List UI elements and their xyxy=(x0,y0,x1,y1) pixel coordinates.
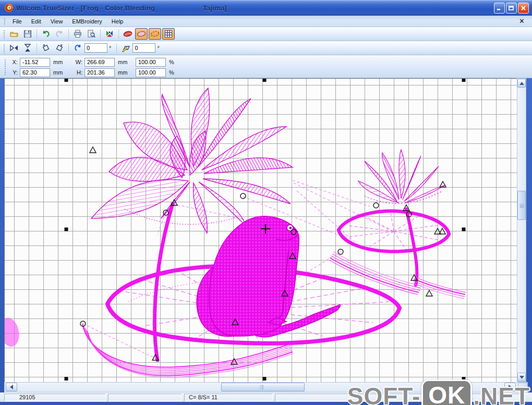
open-button[interactable] xyxy=(8,28,20,40)
stitch-view-icon xyxy=(123,29,133,39)
large-lotus-flower[interactable] xyxy=(91,88,293,233)
stitch-count: 29105 xyxy=(4,394,106,401)
workspace xyxy=(4,78,526,382)
document-close-button[interactable]: ✕ xyxy=(517,17,527,25)
stitch-view-button[interactable] xyxy=(122,28,134,40)
width-scale-input[interactable] xyxy=(136,58,166,67)
vertical-scroll-thumb[interactable] xyxy=(517,191,526,220)
selection-handle[interactable] xyxy=(65,377,68,381)
width-scale-unit: % xyxy=(169,59,182,65)
true-view-icon xyxy=(105,29,114,39)
small-lily-pad[interactable] xyxy=(338,211,449,252)
open-icon xyxy=(9,29,19,39)
rotate-cw-45-icon xyxy=(55,43,64,53)
show-grid-icon xyxy=(164,29,173,39)
vertical-scrollbar[interactable] xyxy=(517,78,526,382)
rotate-by-button[interactable] xyxy=(71,42,84,54)
height-scale-input[interactable] xyxy=(136,68,166,77)
height-unit: mm xyxy=(118,69,130,76)
flip-vertical-button[interactable] xyxy=(21,42,34,54)
selection-handle[interactable] xyxy=(65,228,68,231)
skew-by-button[interactable] xyxy=(119,42,132,54)
small-lotus-flower[interactable] xyxy=(358,150,445,203)
site-watermark: SOFT-OK.NET xyxy=(347,379,530,405)
flip-horizontal-button[interactable] xyxy=(8,42,20,54)
selection-handle[interactable] xyxy=(263,377,267,381)
rotate-cw-45-button[interactable] xyxy=(53,42,66,54)
print-preview-button[interactable] xyxy=(85,28,98,40)
flip-horizontal-icon xyxy=(9,43,19,53)
toolbar-grip[interactable] xyxy=(4,58,6,75)
titlebar: Wilcom TrueSizer - [Frog - Color Blendin… xyxy=(0,0,532,16)
scroll-left-button[interactable] xyxy=(6,383,17,391)
menu-embroidery[interactable]: EMBroidery xyxy=(67,17,106,26)
toolbar-grip[interactable] xyxy=(3,43,5,53)
minimize-button[interactable] xyxy=(494,3,505,14)
window-title: Wilcom TrueSizer - [Frog - Color Blendin… xyxy=(16,4,227,12)
selection-handle[interactable] xyxy=(263,79,267,82)
horizontal-scroll-thumb[interactable] xyxy=(221,383,305,391)
close-icon xyxy=(521,5,526,11)
flip-vertical-icon xyxy=(23,43,32,53)
true-view-button[interactable] xyxy=(103,28,116,40)
undo-icon xyxy=(41,29,51,39)
menu-edit[interactable]: Edit xyxy=(27,17,46,26)
menu-file[interactable]: File xyxy=(8,17,27,26)
scroll-up-button[interactable] xyxy=(517,79,526,88)
redo-icon xyxy=(55,29,64,39)
show-outlines-icon xyxy=(136,29,147,39)
rotate-angle-input[interactable] xyxy=(84,43,107,53)
save-button[interactable] xyxy=(21,28,34,40)
restore-icon xyxy=(509,5,514,11)
height-label: H: xyxy=(71,69,82,76)
y-label: Y: xyxy=(8,69,18,76)
arrow-down-icon xyxy=(519,376,524,379)
embroidery-design xyxy=(5,79,517,382)
redo-button[interactable] xyxy=(53,28,66,40)
selection-handle[interactable] xyxy=(462,79,466,82)
skew-angle-input[interactable] xyxy=(132,43,155,53)
height-scale-unit: % xyxy=(169,69,182,76)
status-spacer xyxy=(108,394,182,401)
close-button[interactable] xyxy=(518,3,529,14)
x-unit: mm xyxy=(53,59,66,65)
show-outlines-button[interactable] xyxy=(135,28,148,40)
show-grid-button[interactable] xyxy=(162,28,175,40)
right-swoosh[interactable] xyxy=(329,252,422,294)
undo-button[interactable] xyxy=(40,28,52,40)
width-input[interactable] xyxy=(84,58,115,67)
x-label: X: xyxy=(8,59,18,65)
x-input[interactable] xyxy=(20,58,50,67)
show-dashed-outlines-button[interactable] xyxy=(149,28,161,40)
toolbar-grip[interactable] xyxy=(3,29,5,39)
property-bar: X: mm W: mm % Y: mm H: mm % xyxy=(0,55,532,78)
app-logo-icon xyxy=(4,3,14,13)
menubar: File Edit View EMBroidery Help ✕ xyxy=(0,16,532,27)
menu-view[interactable]: View xyxy=(46,17,68,26)
y-unit: mm xyxy=(53,69,66,76)
right-ribbon-leaf[interactable] xyxy=(413,277,466,299)
rotate-ccw-45-button[interactable] xyxy=(40,42,52,54)
restore-button[interactable] xyxy=(506,3,517,14)
skew-angle-unit: ° xyxy=(157,45,159,51)
save-icon xyxy=(23,29,32,39)
height-input[interactable] xyxy=(84,68,115,77)
minimize-icon xyxy=(497,5,502,11)
selection-handle[interactable] xyxy=(65,79,68,82)
print-button[interactable] xyxy=(71,28,84,40)
y-input[interactable] xyxy=(20,68,50,77)
selection-handle[interactable] xyxy=(462,228,466,231)
rotate-by-icon xyxy=(73,43,82,53)
color-stop-count: C= 8/S= 11 xyxy=(184,394,273,401)
rotate-ccw-45-icon xyxy=(41,43,51,53)
menu-help[interactable]: Help xyxy=(107,17,128,26)
width-unit: mm xyxy=(118,59,130,65)
rotate-angle-unit: ° xyxy=(109,45,111,51)
show-dashed-outlines-icon xyxy=(150,29,160,39)
frog[interactable] xyxy=(5,216,340,349)
arrow-left-icon xyxy=(10,385,13,389)
menubar-grip[interactable] xyxy=(3,17,6,25)
app-window: Wilcom TrueSizer - [Frog - Color Blendin… xyxy=(0,0,532,405)
toolbar-transform: ° ° xyxy=(0,41,532,55)
design-canvas[interactable] xyxy=(4,78,517,382)
